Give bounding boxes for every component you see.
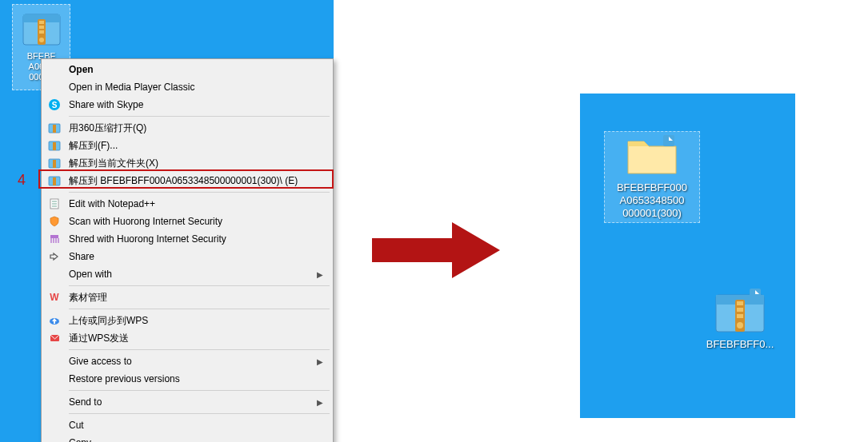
svg-rect-34 [737, 301, 743, 305]
menu-edit-npp[interactable]: Edit with Notepad++ [43, 195, 331, 213]
svg-rect-5 [39, 30, 44, 34]
menu-separator [69, 285, 330, 286]
menu-open[interactable]: Open [43, 61, 331, 78]
menu-scan-huorong[interactable]: Scan with Huorong Internet Security [43, 213, 331, 230]
notepad-icon [46, 197, 62, 210]
zip-file-icon [20, 8, 63, 51]
spacer-icon [46, 436, 62, 442]
menu-open-with[interactable]: Open with ▶ [43, 265, 331, 283]
extracted-folder[interactable]: BFEBFBFF000 A0653348500 000001(300) [604, 131, 700, 223]
spacer-icon [46, 63, 62, 76]
menu-shred-huorong[interactable]: Shred with Huorong Internet Security [43, 230, 331, 248]
cloud-upload-icon [46, 314, 62, 327]
extract-icon [46, 139, 62, 152]
svg-rect-12 [53, 142, 56, 150]
svg-rect-4 [39, 26, 44, 29]
svg-rect-3 [39, 21, 44, 24]
share-icon [46, 250, 62, 263]
shred-icon [46, 233, 62, 245]
menu-360-open[interactable]: 用360压缩打开(Q) [43, 119, 331, 137]
menu-send-wps[interactable]: 通过WPS发送 [43, 329, 331, 347]
menu-separator [69, 192, 330, 193]
zip-file-icon [711, 287, 769, 336]
extract-here-icon [46, 157, 62, 169]
menu-extract-to[interactable]: 解压到(F)... [43, 137, 331, 154]
submenu-arrow-icon: ▶ [317, 270, 326, 279]
spacer-icon [46, 419, 62, 432]
skype-icon: S [46, 98, 62, 111]
arrow-icon [372, 222, 500, 278]
menu-share-skype[interactable]: S Share with Skype [43, 96, 331, 113]
zip-icon [46, 121, 62, 134]
step-number-label: 4 [18, 172, 26, 189]
menu-extract-named[interactable]: 解压到 BFEBFBFF000A0653348500000001(300)\ (… [43, 172, 331, 189]
spacer-icon [46, 355, 62, 368]
menu-open-mpc[interactable]: Open in Media Player Classic [43, 78, 331, 96]
original-zip-file[interactable]: BFEBFBFF0... [692, 287, 788, 351]
zip-file-label: BFEBFBFF0... [706, 338, 774, 351]
menu-share[interactable]: Share [43, 248, 331, 265]
folder-icon [623, 132, 681, 180]
menu-sucai[interactable]: W 素材管理 [43, 289, 331, 306]
menu-copy[interactable]: Copy [43, 434, 331, 442]
menu-separator [69, 116, 330, 117]
submenu-arrow-icon: ▶ [317, 357, 326, 366]
extract-named-icon [46, 174, 62, 187]
shield-scan-icon [46, 215, 62, 228]
menu-extract-here[interactable]: 解压到当前文件夹(X) [43, 154, 331, 172]
spacer-icon [46, 396, 62, 408]
svg-rect-35 [737, 308, 743, 312]
svg-rect-16 [53, 177, 56, 185]
svg-rect-14 [53, 160, 56, 168]
spacer-icon [46, 268, 62, 281]
menu-send-to[interactable]: Send to ▶ [43, 393, 331, 411]
menu-separator [69, 309, 330, 309]
right-desktop-panel: BFEBFBFF000 A0653348500 000001(300) BFEB… [580, 94, 795, 418]
wps-w-icon: W [46, 291, 62, 304]
spacer-icon [46, 372, 62, 385]
svg-rect-36 [737, 314, 743, 318]
svg-rect-21 [50, 235, 58, 238]
menu-upload-wps[interactable]: 上传或同步到WPS [43, 312, 331, 329]
menu-separator [69, 413, 330, 414]
context-menu: Open Open in Media Player Classic S Shar… [41, 58, 334, 442]
svg-text:S: S [52, 101, 58, 110]
menu-restore[interactable]: Restore previous versions [43, 370, 331, 388]
svg-text:W: W [50, 292, 59, 303]
menu-give-access[interactable]: Give access to ▶ [43, 352, 331, 370]
svg-point-37 [737, 322, 743, 329]
menu-separator [69, 390, 330, 391]
svg-point-6 [39, 38, 44, 42]
wps-send-icon [46, 332, 62, 344]
svg-rect-10 [53, 125, 56, 133]
submenu-arrow-icon: ▶ [317, 398, 326, 407]
menu-cut[interactable]: Cut [43, 416, 331, 434]
spacer-icon [46, 81, 62, 94]
svg-marker-29 [372, 222, 500, 278]
folder-label: BFEBFBFF000 A0653348500 000001(300) [617, 181, 687, 220]
left-desktop-panel: BFEBF A0653 00000 Open Open in Media Pla… [0, 0, 334, 442]
menu-separator [69, 349, 330, 350]
